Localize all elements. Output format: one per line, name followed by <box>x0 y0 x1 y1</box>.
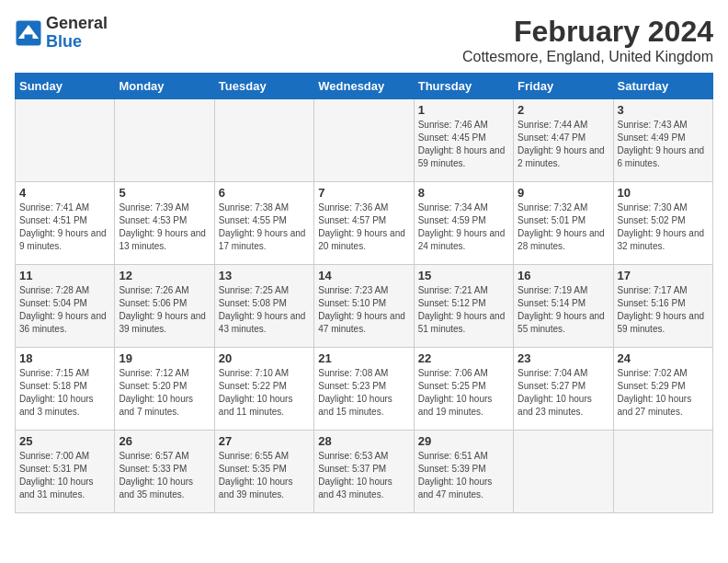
day-number: 13 <box>219 269 310 282</box>
day-detail: Sunrise: 7:44 AM Sunset: 4:47 PM Dayligh… <box>518 119 609 170</box>
calendar-cell <box>314 99 414 182</box>
calendar-cell <box>115 99 214 182</box>
day-number: 24 <box>618 351 709 365</box>
day-detail: Sunrise: 7:46 AM Sunset: 4:45 PM Dayligh… <box>418 119 509 170</box>
day-detail: Sunrise: 7:34 AM Sunset: 4:59 PM Dayligh… <box>418 201 509 253</box>
calendar-cell: 27Sunrise: 6:55 AM Sunset: 5:35 PM Dayli… <box>214 431 313 513</box>
logo-blue: Blue <box>46 32 82 51</box>
weekday-header-monday: Monday <box>115 74 214 99</box>
calendar-cell: 15Sunrise: 7:21 AM Sunset: 5:12 PM Dayli… <box>414 265 513 348</box>
day-number: 1 <box>418 103 509 117</box>
weekday-header-saturday: Saturday <box>613 74 712 99</box>
day-detail: Sunrise: 7:38 AM Sunset: 4:55 PM Dayligh… <box>219 201 310 253</box>
logo: General Blue <box>15 15 108 52</box>
day-number: 8 <box>418 186 509 200</box>
calendar-cell: 4Sunrise: 7:41 AM Sunset: 4:51 PM Daylig… <box>16 182 115 265</box>
calendar-cell: 11Sunrise: 7:28 AM Sunset: 5:04 PM Dayli… <box>16 265 115 348</box>
day-number: 25 <box>19 434 110 448</box>
calendar-cell <box>16 99 115 182</box>
weekday-header-row: SundayMondayTuesdayWednesdayThursdayFrid… <box>16 74 713 99</box>
day-number: 3 <box>618 103 709 117</box>
calendar-cell: 9Sunrise: 7:32 AM Sunset: 5:01 PM Daylig… <box>514 182 613 265</box>
calendar-cell: 17Sunrise: 7:17 AM Sunset: 5:16 PM Dayli… <box>613 265 712 348</box>
day-detail: Sunrise: 7:41 AM Sunset: 4:51 PM Dayligh… <box>19 201 110 253</box>
day-number: 6 <box>219 186 310 200</box>
calendar-week-row: 18Sunrise: 7:15 AM Sunset: 5:18 PM Dayli… <box>16 348 713 431</box>
day-number: 14 <box>318 269 409 282</box>
day-detail: Sunrise: 7:17 AM Sunset: 5:16 PM Dayligh… <box>618 284 709 336</box>
month-title: February 2024 <box>462 15 713 49</box>
day-detail: Sunrise: 7:43 AM Sunset: 4:49 PM Dayligh… <box>618 119 709 170</box>
day-number: 16 <box>518 269 609 282</box>
day-number: 20 <box>219 351 310 365</box>
day-detail: Sunrise: 7:02 AM Sunset: 5:29 PM Dayligh… <box>618 367 709 419</box>
day-number: 18 <box>19 351 110 365</box>
day-detail: Sunrise: 7:28 AM Sunset: 5:04 PM Dayligh… <box>19 284 110 336</box>
calendar-cell: 7Sunrise: 7:36 AM Sunset: 4:57 PM Daylig… <box>314 182 414 265</box>
day-number: 28 <box>318 434 409 448</box>
calendar-cell: 29Sunrise: 6:51 AM Sunset: 5:39 PM Dayli… <box>414 431 513 513</box>
day-number: 9 <box>518 186 609 200</box>
weekday-header-tuesday: Tuesday <box>214 74 313 99</box>
calendar-cell: 21Sunrise: 7:08 AM Sunset: 5:23 PM Dayli… <box>314 348 414 431</box>
calendar-cell: 5Sunrise: 7:39 AM Sunset: 4:53 PM Daylig… <box>115 182 214 265</box>
calendar-cell: 24Sunrise: 7:02 AM Sunset: 5:29 PM Dayli… <box>613 348 712 431</box>
logo-general: General <box>46 14 108 32</box>
day-number: 27 <box>219 434 310 448</box>
day-number: 2 <box>518 103 609 117</box>
day-detail: Sunrise: 7:30 AM Sunset: 5:02 PM Dayligh… <box>618 201 709 253</box>
day-detail: Sunrise: 7:19 AM Sunset: 5:14 PM Dayligh… <box>518 284 609 336</box>
day-detail: Sunrise: 7:12 AM Sunset: 5:20 PM Dayligh… <box>119 367 210 419</box>
day-number: 22 <box>418 351 509 365</box>
day-number: 5 <box>119 186 210 200</box>
location-subtitle: Cottesmore, England, United Kingdom <box>462 49 713 65</box>
weekday-header-friday: Friday <box>514 74 613 99</box>
title-section: February 2024 Cottesmore, England, Unite… <box>462 15 713 65</box>
day-number: 4 <box>19 186 110 200</box>
day-detail: Sunrise: 7:21 AM Sunset: 5:12 PM Dayligh… <box>418 284 509 336</box>
calendar-cell: 1Sunrise: 7:46 AM Sunset: 4:45 PM Daylig… <box>414 99 513 182</box>
day-detail: Sunrise: 7:25 AM Sunset: 5:08 PM Dayligh… <box>219 284 310 336</box>
logo-icon <box>15 19 42 47</box>
day-number: 26 <box>119 434 210 448</box>
day-number: 15 <box>418 269 509 282</box>
weekday-header-thursday: Thursday <box>414 74 513 99</box>
day-number: 23 <box>518 351 609 365</box>
day-detail: Sunrise: 7:04 AM Sunset: 5:27 PM Dayligh… <box>518 367 609 419</box>
calendar-cell: 25Sunrise: 7:00 AM Sunset: 5:31 PM Dayli… <box>16 431 115 513</box>
day-number: 11 <box>19 269 110 282</box>
calendar-cell: 3Sunrise: 7:43 AM Sunset: 4:49 PM Daylig… <box>613 99 712 182</box>
day-number: 21 <box>318 351 409 365</box>
calendar-cell: 14Sunrise: 7:23 AM Sunset: 5:10 PM Dayli… <box>314 265 414 348</box>
day-detail: Sunrise: 7:23 AM Sunset: 5:10 PM Dayligh… <box>318 284 409 336</box>
calendar-cell <box>613 431 712 513</box>
day-detail: Sunrise: 7:00 AM Sunset: 5:31 PM Dayligh… <box>19 450 110 501</box>
calendar-cell: 6Sunrise: 7:38 AM Sunset: 4:55 PM Daylig… <box>214 182 313 265</box>
calendar-cell: 18Sunrise: 7:15 AM Sunset: 5:18 PM Dayli… <box>16 348 115 431</box>
page-header: General Blue February 2024 Cottesmore, E… <box>15 15 713 65</box>
calendar-week-row: 1Sunrise: 7:46 AM Sunset: 4:45 PM Daylig… <box>16 99 713 182</box>
calendar-table: SundayMondayTuesdayWednesdayThursdayFrid… <box>15 73 713 513</box>
calendar-week-row: 4Sunrise: 7:41 AM Sunset: 4:51 PM Daylig… <box>16 182 713 265</box>
day-detail: Sunrise: 7:36 AM Sunset: 4:57 PM Dayligh… <box>318 201 409 253</box>
day-detail: Sunrise: 6:53 AM Sunset: 5:37 PM Dayligh… <box>318 450 409 501</box>
weekday-header-sunday: Sunday <box>16 74 115 99</box>
calendar-cell <box>514 431 613 513</box>
day-number: 10 <box>618 186 709 200</box>
weekday-header-wednesday: Wednesday <box>314 74 414 99</box>
day-detail: Sunrise: 7:08 AM Sunset: 5:23 PM Dayligh… <box>318 367 409 419</box>
svg-rect-2 <box>25 34 33 41</box>
calendar-cell: 23Sunrise: 7:04 AM Sunset: 5:27 PM Dayli… <box>514 348 613 431</box>
day-number: 19 <box>119 351 210 365</box>
day-detail: Sunrise: 7:32 AM Sunset: 5:01 PM Dayligh… <box>518 201 609 253</box>
calendar-cell: 20Sunrise: 7:10 AM Sunset: 5:22 PM Dayli… <box>214 348 313 431</box>
day-detail: Sunrise: 7:26 AM Sunset: 5:06 PM Dayligh… <box>119 284 210 336</box>
calendar-cell: 13Sunrise: 7:25 AM Sunset: 5:08 PM Dayli… <box>214 265 313 348</box>
day-detail: Sunrise: 7:39 AM Sunset: 4:53 PM Dayligh… <box>119 201 210 253</box>
calendar-cell <box>214 99 313 182</box>
day-number: 17 <box>618 269 709 282</box>
logo-text: General Blue <box>46 15 108 52</box>
calendar-cell: 8Sunrise: 7:34 AM Sunset: 4:59 PM Daylig… <box>414 182 513 265</box>
calendar-week-row: 25Sunrise: 7:00 AM Sunset: 5:31 PM Dayli… <box>16 431 713 513</box>
calendar-cell: 10Sunrise: 7:30 AM Sunset: 5:02 PM Dayli… <box>613 182 712 265</box>
